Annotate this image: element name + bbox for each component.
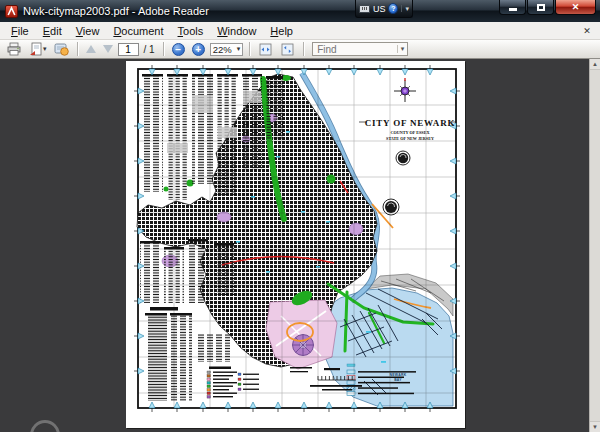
export-button[interactable]: ▾ xyxy=(27,41,49,58)
bay-label-line2: BAY xyxy=(394,378,402,382)
print-button[interactable] xyxy=(4,41,24,58)
next-page-button[interactable] xyxy=(101,41,115,58)
document-export-icon xyxy=(29,42,42,56)
collaborate-button[interactable] xyxy=(52,41,71,58)
cropped-circle-widget xyxy=(30,420,60,432)
previous-page-button[interactable] xyxy=(84,41,98,58)
menu-tools[interactable]: Tools xyxy=(171,23,211,39)
document-close-icon[interactable]: ✕ xyxy=(580,24,594,38)
export-caret-icon: ▾ xyxy=(43,45,47,53)
fit-width-icon xyxy=(258,43,273,56)
menu-bar: File Edit View Document Tools Window Hel… xyxy=(0,22,600,40)
zoom-caret-icon: ▾ xyxy=(237,45,241,53)
adobe-reader-window: Nwk-citymap2003.pdf - Adobe Reader ✕ US … xyxy=(0,0,600,432)
close-icon: ✕ xyxy=(572,2,580,12)
keyboard-icon xyxy=(359,5,370,13)
scrollbar-thumb[interactable] xyxy=(590,70,600,421)
map-title: CITY OF NEWARK xyxy=(365,118,456,128)
language-bar[interactable]: US ? ▾ xyxy=(355,0,413,18)
maximize-icon xyxy=(537,4,545,11)
menu-help[interactable]: Help xyxy=(263,23,300,39)
minimize-icon xyxy=(509,8,517,11)
city-seal-icon xyxy=(396,151,410,165)
toolbar: ▾ / 1 − + 22% ▾ xyxy=(0,40,600,59)
page-count-label: / 1 xyxy=(144,44,155,55)
help-icon[interactable]: ? xyxy=(388,3,398,14)
zoom-level-dropdown[interactable]: 22% ▾ xyxy=(210,43,244,56)
menu-view[interactable]: View xyxy=(69,23,107,39)
fit-page-button[interactable] xyxy=(278,41,297,58)
find-input[interactable] xyxy=(313,44,396,55)
document-area: CITY OF NEWARK COUNTY OF ESSEX STATE OF … xyxy=(0,59,600,432)
title-bar: Nwk-citymap2003.pdf - Adobe Reader ✕ xyxy=(0,0,600,22)
bay-label-line1: NEWARK xyxy=(390,373,407,377)
scroll-down-icon[interactable]: ▼ xyxy=(590,421,600,432)
vertical-scrollbar[interactable]: ▲ ▼ xyxy=(589,59,600,432)
zoom-in-icon: + xyxy=(192,43,205,56)
pdf-page[interactable]: CITY OF NEWARK COUNTY OF ESSEX STATE OF … xyxy=(126,61,465,428)
adobe-reader-icon xyxy=(5,5,18,18)
state-seal-icon xyxy=(383,199,399,215)
find-box[interactable]: ▾ xyxy=(312,42,408,56)
find-caret-icon[interactable]: ▾ xyxy=(397,45,408,53)
fit-page-icon xyxy=(280,43,295,56)
menu-file[interactable]: File xyxy=(4,23,36,39)
page-number-input[interactable] xyxy=(118,43,139,56)
down-arrow-icon xyxy=(103,45,113,53)
zoom-level-value: 22% xyxy=(213,44,232,55)
up-arrow-icon xyxy=(86,45,96,53)
close-button[interactable]: ✕ xyxy=(555,0,596,15)
newark-city-map: CITY OF NEWARK COUNTY OF ESSEX STATE OF … xyxy=(126,61,465,428)
zoom-out-icon: − xyxy=(172,43,185,56)
maximize-button[interactable] xyxy=(527,0,554,15)
printer-icon xyxy=(6,42,22,56)
zoom-out-button[interactable]: − xyxy=(170,41,187,58)
map-county: COUNTY OF ESSEX xyxy=(390,130,429,135)
language-options-caret-icon[interactable]: ▾ xyxy=(401,5,409,12)
minimize-button[interactable] xyxy=(499,0,526,15)
collaborate-icon xyxy=(54,42,69,56)
fit-width-button[interactable] xyxy=(256,41,275,58)
menu-edit[interactable]: Edit xyxy=(36,23,69,39)
menu-document[interactable]: Document xyxy=(106,23,170,39)
language-label: US xyxy=(373,4,386,14)
zoom-in-button[interactable]: + xyxy=(190,41,207,58)
window-title: Nwk-citymap2003.pdf - Adobe Reader xyxy=(23,5,209,17)
menu-window[interactable]: Window xyxy=(210,23,263,39)
map-state: STATE OF NEW JERSEY xyxy=(386,136,434,141)
scroll-up-icon[interactable]: ▲ xyxy=(590,59,600,70)
